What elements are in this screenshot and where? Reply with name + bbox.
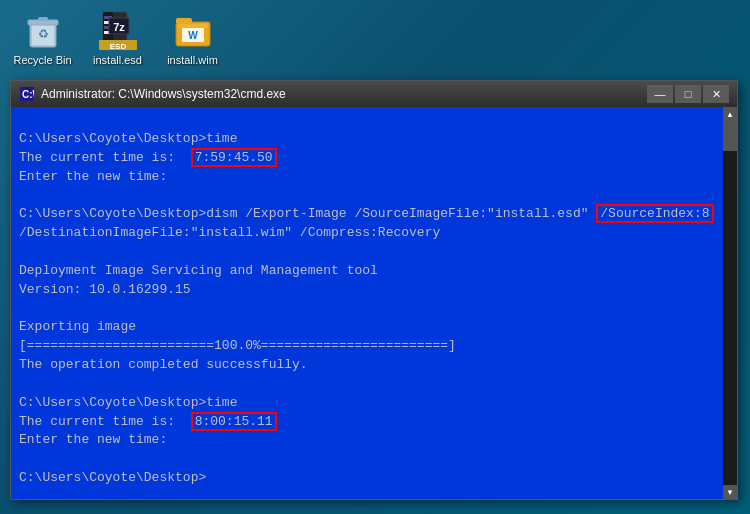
time-highlight-1: 7:59:45.50: [191, 148, 277, 167]
cmd-line-8: Deployment Image Servicing and Managemen…: [19, 262, 715, 281]
svg-text:7z: 7z: [113, 21, 125, 33]
cmd-line-16: The current time is: 8:00:15.11: [19, 413, 715, 432]
svg-text:C:\: C:\: [22, 89, 34, 100]
time-highlight-2: 8:00:15.11: [191, 412, 277, 431]
cmd-window-controls: — □ ✕: [647, 85, 729, 103]
recycle-bin-label: Recycle Bin: [13, 54, 71, 67]
svg-rect-3: [38, 17, 48, 21]
close-button[interactable]: ✕: [703, 85, 729, 103]
cmd-line-0: [19, 111, 715, 130]
cmd-icon: C:\: [19, 86, 35, 102]
install-esd-image: 7z ESD: [98, 10, 138, 50]
cmd-line-13: The operation completed successfully.: [19, 356, 715, 375]
cmd-titlebar: C:\ Administrator: C:\Windows\system32\c…: [11, 81, 737, 107]
cmd-line-19: C:\Users\Coyote\Desktop>: [19, 469, 715, 488]
maximize-button[interactable]: □: [675, 85, 701, 103]
cmd-line-17: Enter the new time:: [19, 431, 715, 450]
cmd-line-9: Version: 10.0.16299.15: [19, 281, 715, 300]
cmd-line-6: /DestinationImageFile:"install.wim" /Com…: [19, 224, 715, 243]
scrollbar-thumb[interactable]: [723, 121, 737, 151]
cmd-line-7: [19, 243, 715, 262]
desktop: ♻ Recycle Bin 7z: [0, 0, 750, 514]
cmd-line-2: The current time is: 7:59:45.50: [19, 149, 715, 168]
desktop-icon-area: ♻ Recycle Bin 7z: [0, 0, 235, 77]
cmd-line-18: [19, 450, 715, 469]
cmd-line-10: [19, 299, 715, 318]
cmd-line-14: [19, 375, 715, 394]
recycle-bin-icon[interactable]: ♻ Recycle Bin: [10, 10, 75, 67]
svg-rect-16: [176, 18, 192, 24]
install-wim-label: install.wim: [167, 54, 218, 67]
recycle-bin-image: ♻: [23, 10, 63, 50]
cmd-body: C:\Users\Coyote\Desktop>time The current…: [11, 107, 737, 499]
scrollbar-down-btn[interactable]: ▼: [723, 485, 737, 499]
svg-text:W: W: [188, 30, 198, 41]
cmd-scrollbar[interactable]: ▲ ▼: [723, 107, 737, 499]
cmd-line-5: C:\Users\Coyote\Desktop>dism /Export-Ima…: [19, 205, 715, 224]
cmd-title-text: Administrator: C:\Windows\system32\cmd.e…: [41, 87, 647, 101]
cmd-line-15: C:\Users\Coyote\Desktop>time: [19, 394, 715, 413]
svg-rect-17: [178, 24, 208, 28]
install-wim-icon[interactable]: W install.wim: [160, 10, 225, 67]
cmd-window: C:\ Administrator: C:\Windows\system32\c…: [10, 80, 738, 500]
scrollbar-up-btn[interactable]: ▲: [723, 107, 737, 121]
cmd-line-4: [19, 186, 715, 205]
minimize-button[interactable]: —: [647, 85, 673, 103]
cmd-line-11: Exporting image: [19, 318, 715, 337]
install-wim-image: W: [173, 10, 213, 50]
cmd-line-1: C:\Users\Coyote\Desktop>time: [19, 130, 715, 149]
cmd-line-3: Enter the new time:: [19, 168, 715, 187]
cmd-content[interactable]: C:\Users\Coyote\Desktop>time The current…: [11, 107, 723, 499]
install-esd-icon[interactable]: 7z ESD install.esd: [85, 10, 150, 67]
svg-text:♻: ♻: [37, 27, 48, 41]
svg-text:ESD: ESD: [109, 42, 126, 50]
scrollbar-track[interactable]: [723, 121, 737, 485]
install-esd-label: install.esd: [93, 54, 142, 67]
cmd-line-12: [========================100.0%=========…: [19, 337, 715, 356]
source-index-highlight: /SourceIndex:8: [596, 204, 713, 223]
